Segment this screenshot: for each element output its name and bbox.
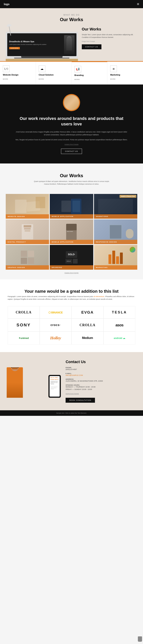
navigation: logo ≡: [0, 0, 143, 8]
service-more-2[interactable]: MORE: [39, 78, 44, 80]
portfolio-label-8: BRANDING: [50, 265, 93, 270]
contact-image-area: We are a Web Design Agency Professional …: [6, 360, 61, 398]
portfolio-item-7[interactable]: GRAPHIC DESIGN: [6, 245, 49, 270]
clients-description: Paragraph. Lorem ipsum dolor sit amet, c…: [8, 295, 135, 300]
portfolio-item-6[interactable]: RESPONSIVE DESIGN: [94, 220, 137, 244]
revolves-freepik-link[interactable]: Images from Freepik: [64, 144, 78, 145]
service-more-3[interactable]: MORE: [75, 78, 80, 80]
revolves-contact-btn[interactable]: CONTACT US: [61, 149, 82, 154]
phone-label: PHONE:: [66, 367, 137, 368]
client-unimed: ✦unimed: [8, 332, 40, 344]
client-tesla: TESLA: [103, 306, 135, 318]
branding-icon: 📢: [75, 66, 81, 72]
revolves-para1: Amet luctus venenatis lectus magna fring…: [15, 130, 128, 136]
opening-weekdays: MONDAY — THURSDAY 10:00 - 23:00: [66, 386, 137, 388]
what-we-do-label: WHAT WE DO: [6, 14, 137, 16]
client-crolla-1: CROLLA: [8, 306, 40, 318]
portfolio-label-5: MOBILE APPLICATION: [50, 240, 93, 244]
revolves-image: [63, 94, 80, 111]
laptop-cta-btn[interactable]: LEARN MORE: [9, 47, 20, 49]
laptop-subtitle: Lorem ipsum dolor sit amet consectetur a…: [9, 44, 62, 46]
client-sony: SONY: [8, 318, 40, 332]
portfolio-grid: WEBSITE DESIGN MOBILE APPLICATION Health…: [6, 194, 137, 270]
email-value: INFO@SAMPLE.COM: [66, 374, 137, 377]
portfolio-label-2: MOBILE APPLICATION: [50, 214, 93, 219]
revolves-para2: Nec, feugiat nisl pretium fusce id, just…: [15, 138, 128, 141]
portfolio-item-8[interactable]: SOLO· SOLO · BRANDING: [50, 245, 93, 270]
portfolio-label-7: GRAPHIC DESIGN: [6, 265, 49, 270]
hero-image-area: Dreadlocks & Weave Spa Lorem ipsum dolor…: [6, 26, 78, 61]
portfolio-item-4[interactable]: DIGITAL PRODUCT: [6, 220, 49, 244]
email-label: E-MAIL:: [66, 373, 137, 374]
portfolio-label-1: WEBSITE DESIGN: [6, 214, 49, 219]
service-branding: 📢 Branding MORE: [72, 62, 107, 84]
laptop-title: Dreadlocks & Weave Spa: [9, 40, 62, 43]
portfolio-label-6: RESPONSIVE DESIGN: [94, 240, 137, 244]
address-value: ALEXANDRIA, 32 WASHINGTOWN STR, 22303: [66, 380, 137, 382]
book-consultation-button[interactable]: BOOK CONSULTATION: [66, 398, 95, 403]
marketing-icon: ⊞: [110, 66, 117, 72]
hero-image-credit: Image from Freepik: [82, 40, 137, 43]
clients-logo-grid: CROLLA ⬡ BINANCE EVGA TESLA SONY crocs· …: [8, 306, 135, 344]
portfolio-title: Our Works: [6, 173, 137, 178]
hero-section: WHAT WE DO Our Works Dreadlocks & Weave …: [0, 8, 143, 61]
contact-us-button[interactable]: CONTACT US: [82, 44, 102, 49]
service-more-1[interactable]: MORE: [3, 78, 8, 80]
hero-text-area: Our Works Simple Text. Lorem ipsum dolor…: [82, 26, 137, 49]
service-more-4[interactable]: MORE: [110, 78, 115, 80]
portfolio-label-9: MARKETING: [94, 265, 137, 270]
email-link[interactable]: INFO@SAMPLE.COM: [66, 374, 83, 376]
laptop-figure: [64, 35, 75, 54]
hero-description: Simple Text. Lorem ipsum dolor sit amet,…: [82, 33, 137, 39]
contact-title: Contact Us: [66, 360, 137, 364]
website-design-icon: ⟨/⟩: [3, 66, 10, 72]
contact-freepik-link[interactable]: Image from Freepik: [66, 393, 79, 394]
clients-link[interactable]: sit elementum: [94, 296, 104, 298]
portfolio-item-1[interactable]: WEBSITE DESIGN: [6, 194, 49, 219]
service-title-3: Branding: [75, 74, 104, 76]
service-cloud-solution: ☁ Cloud Solution MORE: [36, 62, 72, 84]
client-medium: Medium: [72, 332, 103, 344]
clients-section: Your name would be a great addition to t…: [0, 279, 143, 352]
client-binance: ⬡ BINANCE: [40, 306, 72, 318]
portfolio-image-credit: Images from Freepik: [6, 272, 137, 274]
portfolio-description: Quam quisque id diam vel quam elementum.…: [33, 180, 110, 185]
portfolio-item-3[interactable]: Health & Fitness Club ANIMATIONS: [94, 194, 137, 219]
client-evga: EVGA: [72, 306, 103, 318]
hamburger-icon[interactable]: ≡: [137, 2, 139, 6]
portfolio-item-9[interactable]: MARKETING: [94, 245, 137, 270]
hero-right-title: Our Works: [82, 27, 137, 32]
portfolio-freepik-link[interactable]: Images from Freepik: [64, 272, 78, 274]
logo: logo: [4, 3, 10, 6]
services-section: ⟨/⟩ Website Design MORE ☁ Cloud Solution…: [0, 61, 143, 84]
contact-section: We are a Web Design Agency Professional …: [0, 352, 143, 410]
phone-value: (555)123-4567: [66, 368, 137, 371]
opening-label: OPENING HOURS:: [66, 384, 137, 386]
portfolio-label-3: ANIMATIONS: [94, 214, 137, 219]
hero-title: Our Works: [6, 17, 137, 22]
opening-weekend: FRIDAY — SUNDAY 15:00 - 19:00: [66, 388, 137, 391]
service-marketing: ⊞ Marketing MORE: [107, 62, 143, 84]
portfolio-label-4: DIGITAL PRODUCT: [6, 240, 49, 244]
service-title-1: Website Design: [3, 74, 33, 76]
revolves-title: Our work revolves around brands and prod…: [15, 116, 128, 127]
revolves-section: Our work revolves around brands and prod…: [0, 84, 143, 164]
client-crocs: crocs·: [40, 318, 72, 332]
portfolio-section: Our Works Quam quisque id diam vel quam …: [0, 164, 143, 194]
service-title-4: Marketing: [110, 74, 140, 76]
client-holley: Holley: [40, 332, 72, 344]
address-label: ADDRESS:: [66, 378, 137, 380]
clients-title: Your name would be a great addition to t…: [8, 289, 135, 294]
service-website-design: ⟨/⟩ Website Design MORE: [0, 62, 36, 84]
client-crolla-2: CROLLA: [72, 318, 103, 332]
footer: Sample text. Click to select the Text El…: [0, 410, 143, 416]
contact-image-credit: Image from Freepik: [66, 393, 137, 394]
revolves-image-credit: Images from Freepik: [15, 143, 128, 146]
portfolio-item-2[interactable]: MOBILE APPLICATION: [50, 194, 93, 219]
client-android: android ☁: [103, 332, 135, 344]
client-asos: asos: [103, 318, 135, 332]
cloud-icon: ☁: [39, 66, 45, 72]
portfolio-item-5[interactable]: App content MOBILE APPLICATION: [50, 220, 93, 244]
service-title-2: Cloud Solution: [39, 74, 69, 76]
footer-text: Sample text. Click to select the Text El…: [56, 412, 87, 414]
